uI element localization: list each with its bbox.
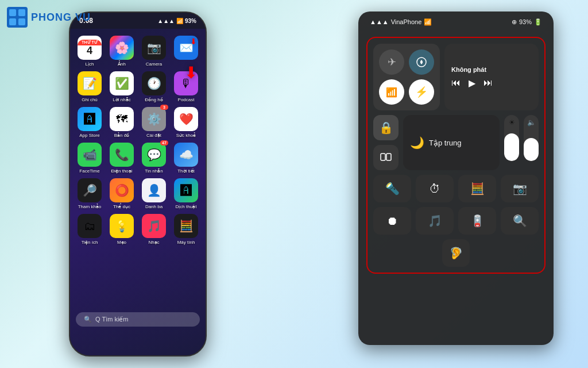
app-icon-notes[interactable]: 📝 xyxy=(78,71,102,95)
logo-text: PHONG VU xyxy=(31,12,91,24)
app-icon-maps[interactable]: 🗺 xyxy=(110,107,134,131)
app-label-maps: Bản đồ xyxy=(114,133,129,138)
settings-icon-symbol: ⚙️ xyxy=(147,112,161,126)
app-icon-utilities[interactable]: 🗂 xyxy=(78,214,102,238)
logo-icon xyxy=(7,7,28,28)
app-item-facetime[interactable]: 📹 FaceTime xyxy=(76,143,103,174)
camera-button[interactable]: 📷 xyxy=(501,175,539,202)
volume-slider[interactable]: 🔈 xyxy=(524,115,539,161)
app-icon-appstore[interactable]: 🅰 xyxy=(78,107,102,131)
shazam-button[interactable]: 🎵 xyxy=(416,207,454,235)
focus-moon-icon: 🌙 xyxy=(410,136,424,150)
app-label-notes: Ghi chú xyxy=(82,97,98,102)
calculator-button[interactable]: 🧮 xyxy=(458,175,496,202)
app-icon-facetime[interactable]: 📹 xyxy=(78,143,102,167)
app-item-reminders[interactable]: ✅ Lời nhắc xyxy=(108,71,136,102)
app-icon-tips[interactable]: 💡 xyxy=(110,214,134,238)
timer-button[interactable]: ⏱ xyxy=(416,175,454,202)
media-next-icon[interactable]: ⏭ xyxy=(483,78,493,88)
wifi-toggle[interactable]: 📶 xyxy=(379,79,404,105)
bluetooth-toggle[interactable]: ⚡ xyxy=(409,79,434,105)
status-icons: ▲▲▲ 📶 93% xyxy=(157,18,196,24)
references-icon-symbol: 🔎 xyxy=(83,183,97,197)
search-icon: 🔍 xyxy=(84,316,92,323)
app-icon-clock[interactable]: 🕐 xyxy=(142,71,166,95)
app-item-calendar[interactable]: THỨ TƯ 4 Lịch xyxy=(76,36,103,67)
settings-badge: 3 xyxy=(160,105,168,110)
app-item-weather[interactable]: ☁️ Thời tiết xyxy=(172,143,200,174)
app-item-tips[interactable]: 💡 Mẹo xyxy=(108,214,136,245)
app-item-appstore[interactable]: 🅰 App Store xyxy=(76,107,103,138)
media-prev-icon[interactable]: ⏮ xyxy=(451,78,461,88)
brightness-icon: ☀ xyxy=(509,118,515,126)
brightness-slider[interactable]: ☀ xyxy=(504,115,519,161)
app-icon-fitness[interactable]: ⭕ xyxy=(110,178,134,202)
cc-media-player: Không phát ⏮ ▶ ⏭ xyxy=(444,44,539,110)
app-label-fitness: Thể dục xyxy=(113,204,130,209)
media-play-icon[interactable]: ▶ xyxy=(469,78,475,89)
app-icon-mail[interactable]: ✉️ ⬇ xyxy=(174,36,198,60)
facetime-icon-symbol: 📹 xyxy=(83,148,97,162)
cc-focus-bar[interactable]: 🌙 Tập trung xyxy=(403,115,500,170)
cc-battery-icon: 🔋 xyxy=(534,18,542,26)
app-item-fitness[interactable]: ⭕ Thể dục xyxy=(108,178,136,209)
search-bar[interactable]: 🔍 Q Tìm kiếm xyxy=(76,312,200,327)
app-item-settings[interactable]: ⚙️ 3 Cài đặt xyxy=(140,107,168,138)
airplane-mode-toggle[interactable]: ✈ xyxy=(379,49,404,75)
app-item-camera[interactable]: 📷 Camera xyxy=(140,36,168,67)
screen-mirror-toggle[interactable] xyxy=(373,145,399,170)
app-icon-reminders[interactable]: ✅ xyxy=(110,71,134,95)
app-item-utilities[interactable]: 🗂 Tiện ích xyxy=(76,214,103,245)
contacts-icon-symbol: 👤 xyxy=(147,183,161,197)
cc-location-icon: ⊕ xyxy=(512,18,517,26)
app-item-health[interactable]: ❤️ Sức khoẻ xyxy=(172,107,200,138)
cc-wifi-icon: 📶 xyxy=(424,18,432,26)
app-icon-contacts[interactable]: 👤 xyxy=(142,178,166,202)
cc-carrier: VinaPhone xyxy=(391,18,422,25)
app-item-references[interactable]: 🔎 Tham khảo xyxy=(76,178,103,209)
camera-icon-symbol: 📷 xyxy=(147,41,161,55)
photos-icon-symbol: 🌸 xyxy=(115,41,129,55)
cc-panel: ✈ 📶 ⚡ xyxy=(366,37,546,274)
app-item-mail[interactable]: ✉️ ⬇ xyxy=(172,36,200,67)
clock-icon-symbol: 🕐 xyxy=(147,76,161,90)
flashlight-button[interactable]: 🔦 xyxy=(373,175,411,202)
app-icon-music[interactable]: 🎵 xyxy=(142,214,166,238)
app-item-notes[interactable]: 📝 Ghi chú xyxy=(76,71,103,102)
app-item-clock[interactable]: 🕐 Đồng hồ xyxy=(140,71,168,102)
magnifier-button[interactable]: 🔍 xyxy=(501,207,539,235)
app-item-maps[interactable]: 🗺 Bản đồ xyxy=(108,107,136,138)
app-icon-references[interactable]: 🔎 xyxy=(78,178,102,202)
app-icon-calculator[interactable]: 🧮 xyxy=(174,214,198,238)
app-icon-photos[interactable]: 🌸 xyxy=(110,36,134,60)
app-icon-health[interactable]: ❤️ xyxy=(174,107,198,131)
app-item-photos[interactable]: 🌸 Ảnh xyxy=(108,36,136,67)
brightness-slider-container: ☀ xyxy=(504,115,519,170)
app-icon-phone[interactable]: 📞 xyxy=(110,143,134,167)
app-icon-messages[interactable]: 💬 47 xyxy=(142,143,166,167)
app-item-contacts[interactable]: 👤 Danh ba xyxy=(140,178,168,209)
app-icon-translate[interactable]: 🅰 xyxy=(174,178,198,202)
app-icon-camera[interactable]: 📷 xyxy=(142,36,166,60)
app-grid: THỨ TƯ 4 Lịch 🌸 Ảnh 📷 Camera ✉️ xyxy=(76,36,200,245)
accessibility-button[interactable]: 🦻 xyxy=(442,239,470,267)
app-item-music[interactable]: 🎵 Nhạc xyxy=(140,214,168,245)
app-label-messages: Tin nhắn xyxy=(145,168,163,174)
app-item-messages[interactable]: 💬 47 Tin nhắn xyxy=(140,143,168,174)
app-label-calendar: Lịch xyxy=(86,62,94,67)
cellular-toggle[interactable] xyxy=(409,49,434,75)
screen-record-button[interactable]: ⏺ xyxy=(373,207,411,235)
signal-icon: ▲▲▲ xyxy=(157,18,175,24)
app-item-phone[interactable]: 📞 Điện thoại xyxy=(108,143,136,174)
app-label-weather: Thời tiết xyxy=(177,168,195,174)
app-item-calculator[interactable]: 🧮 Máy tính xyxy=(172,214,200,245)
messages-icon-symbol: 💬 xyxy=(147,148,161,162)
lock-rotation-toggle[interactable]: 🔒 xyxy=(373,115,399,140)
app-icon-calendar[interactable]: THỨ TƯ 4 xyxy=(78,36,102,60)
app-icon-weather[interactable]: ☁️ xyxy=(174,143,198,167)
phone-right: ▲▲▲ VinaPhone 📶 ⊕ 93% 🔋 ✈ xyxy=(358,12,554,345)
app-icon-settings[interactable]: ⚙️ 3 xyxy=(142,107,166,131)
battery-button[interactable]: 🪫 xyxy=(458,207,496,235)
app-item-translate[interactable]: 🅰 Dịch thuật xyxy=(172,178,200,209)
volume-icon: 🔈 xyxy=(527,118,536,126)
